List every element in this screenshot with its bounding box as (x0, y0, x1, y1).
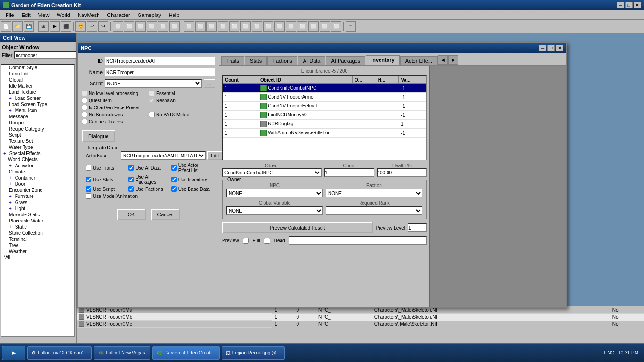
tree-light[interactable]: + Light (1, 206, 74, 212)
tab-next-arrow[interactable]: ► (448, 55, 458, 65)
tree-load-screen-type[interactable]: Load Screen Type (1, 101, 74, 107)
toolbar-new[interactable]: 📄 (1, 21, 11, 32)
tree-static-collection[interactable]: Static Collection (1, 230, 74, 236)
dialog-close[interactable]: ✕ (556, 45, 563, 51)
toolbar-b18[interactable]: ⬜ (308, 21, 319, 32)
col-object-id[interactable]: Object ID (258, 76, 353, 84)
toolbar-b19[interactable]: ⬜ (320, 21, 330, 32)
toolbar-b7[interactable]: ⬜ (184, 21, 194, 32)
tree-encounter-zone[interactable]: Encounter Zone (1, 187, 74, 193)
tree-container[interactable]: + Container (1, 175, 74, 181)
toolbar-b1[interactable]: ⬜ (113, 21, 123, 32)
col-va[interactable]: Va... (399, 76, 426, 84)
tree-texture-set[interactable]: Texture Set (1, 138, 74, 144)
toolbar-b4[interactable]: ⬜ (147, 21, 157, 32)
id-input[interactable] (105, 57, 215, 65)
cb-use-model-input[interactable] (86, 193, 91, 199)
col-count[interactable]: Count (223, 76, 258, 84)
toolbar-b16[interactable]: ⬜ (286, 21, 296, 32)
actorbase-edit-btn[interactable]: Edit (207, 151, 222, 160)
toolbar-b8[interactable]: ⬜ (195, 21, 206, 32)
tree-water-type[interactable]: Water Type (1, 144, 74, 150)
bottom-row-2[interactable]: VESNCRTrooperCMc 1 0 NPC Characters\ Mal… (77, 321, 644, 328)
toolbar-b12[interactable]: ⬜ (240, 21, 251, 32)
tree-land-texture[interactable]: Land Texture (1, 89, 74, 95)
owner-rank-select[interactable] (326, 206, 422, 215)
cb-use-base-data-input[interactable] (171, 186, 177, 192)
filter-input[interactable] (14, 51, 76, 59)
owner-npc-select[interactable]: NONE (226, 189, 323, 197)
toolbar-save[interactable]: 💾 (24, 21, 34, 32)
ok-button[interactable]: OK (117, 209, 146, 220)
toolbar-b13[interactable]: ⬜ (252, 21, 262, 32)
tree-script[interactable]: Script (1, 132, 74, 138)
toolbar-run[interactable]: ▶ (50, 21, 60, 32)
tree-load-screen[interactable]: + Load Screen (1, 95, 74, 101)
tree-furniture[interactable]: + Furniture (1, 193, 74, 199)
toolbar-b17[interactable]: ⬜ (297, 21, 307, 32)
cb-use-stats-input[interactable] (86, 177, 91, 182)
health-input[interactable] (377, 168, 427, 177)
tab-stats[interactable]: Stats (245, 56, 267, 65)
toolbar-b6[interactable]: ⬜ (169, 21, 180, 32)
cb-use-inventory-input[interactable] (171, 177, 177, 182)
cb-use-ai-data-input[interactable] (128, 165, 134, 171)
tab-ai-packages[interactable]: AI Packages (326, 56, 365, 65)
toolbar-undo[interactable]: ↩ (87, 21, 97, 32)
menu-help[interactable]: Help (165, 11, 183, 19)
cb-use-actor-effect-input[interactable] (171, 165, 177, 171)
checkbox-quest-item-input[interactable] (82, 98, 87, 103)
tree-terminal[interactable]: Terminal (1, 236, 74, 242)
dialog-maximize[interactable]: □ (547, 45, 555, 51)
tree-movable-static[interactable]: Movable Static (1, 212, 74, 218)
menu-character[interactable]: Character (103, 11, 133, 19)
menu-view[interactable]: View (34, 11, 53, 19)
inv-row-3[interactable]: 1 LootNCRMoney50 -1 (223, 111, 426, 120)
name-input[interactable] (105, 68, 215, 76)
dialog-minimize[interactable]: ─ (539, 45, 546, 51)
tab-actor-effects[interactable]: Actor Effe... (400, 56, 438, 65)
toolbar-b11[interactable]: ⬜ (229, 21, 239, 32)
tree-view[interactable]: Combat Style Form List Global Idle Marke… (1, 64, 75, 337)
toolbar-b2[interactable]: ⬜ (124, 21, 134, 32)
tree-placeable-water[interactable]: Placeable Water (1, 218, 74, 224)
taskbar-item-3[interactable]: 🖼 Legion Recruit.jpg @... (222, 346, 285, 360)
preview-level-input[interactable] (408, 223, 427, 232)
checkbox-no-low-level-input[interactable] (82, 90, 87, 96)
script-select[interactable]: NONE (105, 79, 202, 88)
tab-factions[interactable]: Factions (267, 56, 297, 65)
toolbar-open[interactable]: 📂 (12, 21, 23, 32)
col-o[interactable]: O... (353, 76, 376, 84)
start-button[interactable]: ▶ (2, 346, 25, 360)
preview-textbox[interactable] (289, 236, 427, 245)
toolbar-face[interactable]: 😊 (75, 21, 86, 32)
toolbar-b21[interactable]: ≡ (346, 21, 356, 32)
object-select[interactable]: CondKnifeCombatNPC (222, 168, 322, 177)
cb-use-factions-input[interactable] (128, 186, 134, 192)
checkbox-no-knockdowns-input[interactable] (82, 112, 87, 117)
tree-weather[interactable]: Weather (1, 248, 74, 255)
tree-all[interactable]: *All (1, 255, 74, 261)
tab-traits[interactable]: Traits (221, 56, 244, 65)
close-btn[interactable]: ✕ (634, 2, 641, 8)
full-checkbox[interactable] (264, 238, 270, 244)
toolbar-b3[interactable]: ⬜ (135, 21, 146, 32)
inv-row-2[interactable]: 1 CondNVTrooperHelmet -1 (223, 102, 426, 111)
tree-form-list[interactable]: Form List (1, 71, 74, 77)
inv-row-4[interactable]: 1 NCRDogtag 1 (223, 120, 426, 129)
toolbar-b20[interactable]: ⬜ (331, 21, 341, 32)
toolbar-b14[interactable]: ⬜ (263, 21, 273, 32)
tree-global[interactable]: Global (1, 77, 74, 83)
tab-ai-data[interactable]: AI Data (298, 56, 326, 65)
checkbox-essential-input[interactable] (149, 90, 155, 96)
actorbase-select[interactable]: NCRTrooperLeaderAAMTEMPLATI (121, 151, 206, 160)
tree-tree[interactable]: Tree (1, 242, 74, 248)
tree-climate[interactable]: Climate (1, 169, 74, 175)
checkbox-no-vats-input[interactable] (149, 112, 155, 117)
toolbar-redo[interactable]: ↪ (98, 21, 108, 32)
maximize-btn[interactable]: □ (625, 2, 633, 8)
cb-use-ai-packages-input[interactable] (128, 177, 134, 182)
tree-activator[interactable]: + Activator (1, 163, 74, 169)
tree-message[interactable]: Message (1, 114, 74, 120)
tree-combat-style[interactable]: Combat Style (1, 65, 74, 71)
